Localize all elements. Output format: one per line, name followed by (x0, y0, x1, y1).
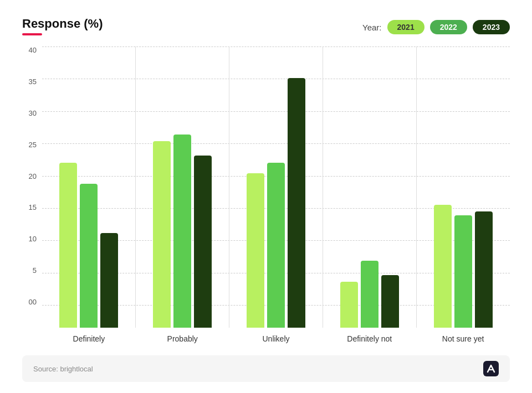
bars-container (42, 46, 510, 328)
x-axis-label: Unlikely (229, 328, 323, 350)
bar-2022 (267, 163, 285, 328)
y-axis-label: 35 (22, 78, 37, 85)
bar-2022 (80, 184, 98, 328)
chart-header: Response (%) Year: 2021 2022 2023 (22, 17, 510, 35)
bar-2023 (475, 211, 493, 328)
bar-2023 (288, 78, 305, 328)
legend-pill-2021[interactable]: 2021 (387, 20, 424, 34)
x-axis-label: Not sure yet (416, 328, 510, 350)
legend-pill-2023[interactable]: 2023 (473, 20, 510, 34)
chart-area: 00510152025303540 DefinitelyProbablyUnli… (22, 46, 510, 350)
y-axis-label: 5 (22, 267, 37, 274)
bar-2022 (454, 215, 472, 328)
category-group (42, 46, 136, 328)
title-block: Response (%) (22, 17, 103, 35)
bar-2021 (59, 163, 77, 328)
chart-inner: 00510152025303540 (22, 46, 510, 328)
category-group (417, 46, 510, 328)
x-axis-label: Probably (136, 328, 229, 350)
source-text: Source: brightlocal (33, 365, 93, 373)
x-axis-label: Definitely (42, 328, 136, 350)
y-axis-label: 25 (22, 141, 37, 148)
bar-2021 (434, 205, 452, 328)
x-axis-label: Definitely not (323, 328, 416, 350)
year-label: Year: (362, 23, 381, 32)
bar-2023 (100, 233, 118, 328)
legend: Year: 2021 2022 2023 (362, 20, 510, 34)
y-axis-label: 40 (22, 46, 37, 54)
y-axis-label: 10 (22, 235, 37, 242)
y-axis-label: 15 (22, 204, 37, 211)
chart-footer: Source: brightlocal (22, 355, 510, 382)
title-underline (22, 33, 42, 35)
bar-2021 (247, 173, 264, 328)
category-group (136, 46, 229, 328)
bar-2021 (153, 141, 171, 328)
y-axis-label: 30 (22, 110, 37, 117)
category-group (229, 46, 323, 328)
y-axis: 00510152025303540 (22, 46, 42, 328)
chart-title: Response (%) (22, 17, 103, 31)
bar-2022 (173, 135, 191, 328)
y-axis-label: 20 (22, 173, 37, 180)
x-axis: DefinitelyProbablyUnlikelyDefinitely not… (22, 328, 510, 350)
y-axis-label: 00 (22, 298, 37, 306)
bar-2023 (381, 275, 399, 328)
bar-2022 (361, 261, 378, 328)
plot-area (42, 46, 510, 328)
category-group (323, 46, 417, 328)
legend-pill-2022[interactable]: 2022 (430, 20, 467, 34)
x-labels: DefinitelyProbablyUnlikelyDefinitely not… (42, 328, 510, 350)
bar-2021 (340, 282, 358, 328)
bar-2023 (194, 156, 212, 328)
brightlocal-logo-icon (483, 361, 499, 376)
svg-rect-0 (483, 361, 499, 376)
